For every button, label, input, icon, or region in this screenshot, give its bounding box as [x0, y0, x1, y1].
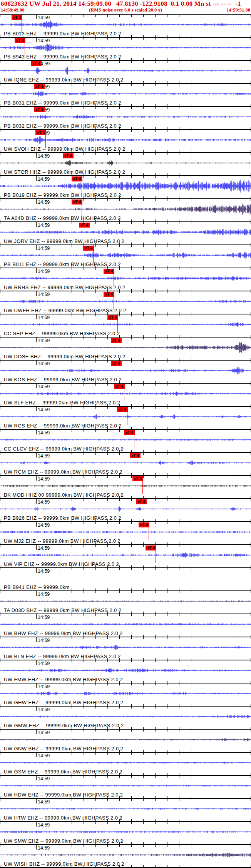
- station-channel-label: PB B941 EHZ -- 99999.0km: [4, 584, 70, 590]
- phase-pick-flag[interactable]: xT 4: [104, 292, 114, 297]
- station-channel-label: UW HTW EHZ -- 99999.0km BW HIGHPASS 2.0 …: [4, 815, 122, 821]
- trace-row: 14:59xT 4UW RCM EHZ -- 99999.0km BW HIGH…: [0, 453, 251, 476]
- trace-row: 14:59TA D03D BHZ -- 99999.0km BW HIGHPAS…: [0, 591, 251, 614]
- phase-pick-flag[interactable]: xT 4: [111, 338, 122, 343]
- station-channel-label: UW GSM EHZ -- 99999.0km BW HIGHPASS 2.0 …: [4, 769, 122, 775]
- trace-row: 14:59xT 4PB B943 EHZ -- 99999.0km BW HIG…: [0, 38, 251, 61]
- station-channel-label: UW HDW EHZ -- 99999.0km BW HIGHPASS 2.0 …: [4, 792, 123, 798]
- trace-row: 14:59xT 4UW IQNE EHZ -- 99999.0km BW HIG…: [0, 61, 251, 84]
- trace-row: 14:59xT 4BK MOD HHZ 00 99999.0km BW HIGH…: [0, 476, 251, 499]
- phase-pick-flag[interactable]: xT 4: [72, 200, 82, 205]
- station-channel-label: UW SVOH EHZ -- 99999.0km BW HIGHPASS 2.0…: [4, 146, 126, 152]
- phase-pick-flag[interactable]: xT 4: [104, 269, 114, 274]
- station-channel-label: PB B019 EHZ -- 99999.0km BW HIGHPASS 2.0…: [4, 192, 121, 198]
- station-channel-label: UW STOR HHZ -- 99999.0km BW HIGHPASS 2.0…: [4, 169, 125, 175]
- trace-row: 14:59UW SMW EHZ -- 99999.0km BW HIGHPASS…: [0, 822, 251, 845]
- trace-row: 14:59xT 4CC CLCV EHZ -- 99999.0km BW HIG…: [0, 430, 251, 453]
- trace-row: 14:59xT 4PB B031 EHZ -- 99999.0km BW HIG…: [0, 84, 251, 107]
- trace-row: 14:59xT 4UW JORV EHZ -- 99999.0km BW HIG…: [0, 222, 251, 245]
- trace-row: 14:59UW GMW EHZ -- 99999.0km BW HIGHPASS…: [0, 707, 251, 730]
- window-end-time: 14:59:51.00: [227, 7, 250, 13]
- phase-pick-flag[interactable]: xT 4: [139, 522, 149, 527]
- station-channel-label: UW MJ2 EHZ -- 99999.0km BW HIGHPASS 2.0 …: [4, 538, 120, 544]
- phase-pick-flag[interactable]: xT 4: [34, 107, 45, 112]
- trace-list: 14:59xT 4PB B013 EHZ -- 99999.0km BW HIG…: [0, 15, 251, 868]
- trace-row: 14:59UW HDW EHZ -- 99999.0km BW HIGHPASS…: [0, 776, 251, 799]
- phase-pick-flag[interactable]: xT 4: [124, 430, 135, 435]
- station-channel-label: UW WISH BHZ -- 99999.0km BW HIGHPASS 2.0…: [4, 861, 124, 867]
- trace-row: 14:59xT 4PB B011 EHZ -- 99999.0km BW HIG…: [0, 245, 251, 268]
- station-channel-label: UW GMW EHZ -- 99999.0km BW HIGHPASS 2.0 …: [4, 723, 124, 728]
- station-channel-label: UW RCM EHZ -- 99999.0km BW HIGHPASS 2.0 …: [4, 469, 122, 475]
- trace-row: 14:59UW BHW EHZ -- 99999.0km BW HIGHPASS…: [0, 614, 251, 637]
- station-channel-label: PB B013 EHZ -- 99999.0km BW HIGHPASS 2.0…: [4, 31, 121, 37]
- phase-pick-flag[interactable]: xT 4: [83, 246, 94, 251]
- trace-row: 14:59xT 4PB B926 EHZ -- 99999.0km BW HIG…: [0, 499, 251, 522]
- trace-row: 14:59xT 4UW STOR HHZ -- 99999.0km BW HIG…: [0, 153, 251, 176]
- trace-row: 14:59UW WISH BHZ -- 99999.0km BW HIGHPAS…: [0, 845, 251, 868]
- station-channel-label: TA D03D BHZ -- 99999.0km BW HIGHPASS 2.0…: [4, 607, 121, 613]
- trace-row: 14:59UW HTW EHZ -- 99999.0km BW HIGHPASS…: [0, 799, 251, 822]
- trace-row: 14:59xT 4UW DOSE BHZ -- 99999.0km BW HIG…: [0, 338, 251, 361]
- phase-pick-flag[interactable]: xT 4: [114, 384, 125, 389]
- station-channel-label: UW VIP EHZ -- 99999.0km BW HIGHPASS 2.0 …: [4, 561, 119, 567]
- phase-pick-flag[interactable]: xT 4: [15, 38, 25, 43]
- trace-row: 14:59xT 4TA A04D BHZ -- 99999.0km BW HIG…: [0, 199, 251, 222]
- trace-row: 14:59xT 4UW RRHS EHZ -- 99999.0km BW HIG…: [0, 268, 251, 291]
- station-channel-label: UW IQNE EHZ -- 99999.0km BW HIGHPASS 2.0…: [4, 77, 124, 83]
- phase-pick-flag[interactable]: xT 4: [79, 223, 90, 228]
- trace-row: 14:59PB B941 EHZ -- 99999.0km: [0, 568, 251, 591]
- station-channel-label: UW SMW EHZ -- 99999.0km BW HIGHPASS 2.0 …: [4, 838, 123, 844]
- station-channel-label: PB B011 EHZ -- 99999.0km BW HIGHPASS 2.0…: [4, 261, 121, 267]
- seismogram-viewer: 60823632 UW Jul 21, 2014 14:59:09.00 47.…: [0, 0, 251, 868]
- station-channel-label: UW SLF EHZ -- 99999.0km BW HIGHPASS 2.0 …: [4, 400, 120, 406]
- station-channel-label: UW DOSE BHZ -- 99999.0km BW HIGHPASS 2.0…: [4, 354, 126, 359]
- trace-row: 14:59xT 4UW SLF EHZ -- 99999.0km BW HIGH…: [0, 384, 251, 407]
- phase-pick-flag[interactable]: xT 4: [130, 453, 141, 458]
- time-window-bar: 14:58:49.00 (RMS noise over 6.0 s scaled…: [0, 7, 251, 13]
- trace-row: 14:59xT 4UW VIP EHZ -- 99999.0km BW HIGH…: [0, 545, 251, 568]
- trace-row: 14:59xT 4PB B032 EHZ -- 99999.0km BW HIG…: [0, 107, 251, 130]
- station-channel-label: CC SEP EHZ -- 99999.0km BW HIGHPASS 2.0 …: [4, 331, 120, 336]
- phase-pick-flag[interactable]: xT 4: [146, 545, 156, 550]
- trace-row: 14:59xT 4UW MJ2 EHZ -- 99999.0km BW HIGH…: [0, 522, 251, 545]
- phase-pick-flag[interactable]: xT 4: [63, 153, 74, 158]
- phase-pick-flag[interactable]: xT 4: [34, 84, 45, 89]
- phase-pick-flag[interactable]: xT 4: [111, 361, 122, 366]
- station-channel-label: UW RRHS EHZ -- 99999.0km BW HIGHPASS 2.0…: [4, 284, 126, 290]
- station-channel-label: PB B031 EHZ -- 99999.0km BW HIGHPASS 2.0…: [4, 100, 121, 106]
- trace-row: 14:59xT 4UW RCS EHZ -- 99999.0km BW HIGH…: [0, 407, 251, 430]
- minute-label: 14:59: [38, 569, 50, 574]
- phase-pick-flag[interactable]: xT 4: [117, 407, 128, 412]
- phase-pick-flag[interactable]: xT 4: [132, 476, 143, 481]
- station-channel-label: UW GHW EHZ -- 99999.0km BW HIGHPASS 2.0 …: [4, 700, 123, 705]
- station-channel-label: UW BHW EHZ -- 99999.0km BW HIGHPASS 2.0 …: [4, 630, 123, 636]
- minute-tick: [36, 568, 37, 573]
- trace-row: 14:59xT 4PB B013 EHZ -- 99999.0km BW HIG…: [0, 15, 251, 38]
- trace-row: 14:59UW GNW BHZ -- 99999.0km BW HIGHPASS…: [0, 730, 251, 753]
- trace-row: 14:59UW BLN EHZ -- 99999.0km BW HIGHPASS…: [0, 637, 251, 660]
- phase-pick-flag[interactable]: xT 4: [107, 315, 118, 320]
- phase-pick-flag[interactable]: xT 4: [72, 176, 82, 181]
- phase-pick-flag[interactable]: xT 4: [31, 61, 42, 66]
- trace-row: 14:59UW GSM EHZ -- 99999.0km BW HIGHPASS…: [0, 753, 251, 776]
- station-channel-label: PB B032 EHZ -- 99999.0km BW HIGHPASS 2.0…: [4, 123, 121, 129]
- station-channel-label: UW FMW EHZ -- 99999.0km BW HIGHPASS 2.0 …: [4, 677, 123, 682]
- phase-pick-flag[interactable]: xT 4: [136, 499, 147, 504]
- station-channel-label: UW GNW BHZ -- 99999.0km BW HIGHPASS 2.0 …: [4, 746, 123, 752]
- phase-pick-flag[interactable]: xT 4: [12, 15, 22, 20]
- trace-row: 14:59UW GHW EHZ -- 99999.0km BW HIGHPASS…: [0, 683, 251, 707]
- station-channel-label: UW BLN EHZ -- 99999.0km BW HIGHPASS 2.0 …: [4, 653, 121, 659]
- event-header: 60823632 UW Jul 21, 2014 14:59:09.00 47.…: [1, 0, 250, 8]
- trace-row: 14:59xT 4CC SEP EHZ -- 99999.0km BW HIGH…: [0, 314, 251, 338]
- station-channel-label: UW UWFH EHZ -- 99999.0km BW HIGHPASS 2.0…: [4, 308, 126, 313]
- station-channel-label: UW RCS EHZ -- 99999.0km BW HIGHPASS 2.0 …: [4, 423, 122, 429]
- station-channel-label: PB B926 EHZ -- 99999.0km BW HIGHPASS 2.0…: [4, 515, 121, 521]
- phase-pick-flag[interactable]: xT 4: [35, 130, 46, 135]
- rms-scaling-note: (RMS noise over 6.0 s scaled 20.0 x): [0, 7, 251, 13]
- station-channel-label: TA A04D BHZ -- 99999.0km BW HIGHPASS 2.0…: [4, 215, 121, 221]
- station-channel-label: CC CLCV EHZ -- 99999.0km BW HIGHPASS 2.0…: [4, 446, 124, 452]
- station-channel-label: UW KOS EHZ -- 99999.0km BW HIGHPASS 2.0 …: [4, 377, 122, 382]
- trace-row: 14:59UW FMW EHZ -- 99999.0km BW HIGHPASS…: [0, 660, 251, 683]
- trace-row: 14:59xT 4PB B019 EHZ -- 99999.0km BW HIG…: [0, 176, 251, 199]
